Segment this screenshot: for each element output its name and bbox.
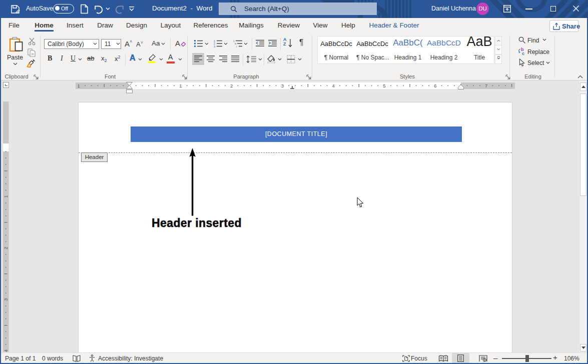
- svg-text:c: c: [522, 51, 524, 56]
- svg-text:3: 3: [3, 298, 9, 300]
- svg-text:2: 2: [3, 246, 9, 249]
- svg-text:4: 4: [3, 350, 9, 352]
- svg-text:3: 3: [214, 45, 215, 48]
- svg-text:i: i: [236, 45, 237, 48]
- svg-text:1: 1: [3, 196, 9, 198]
